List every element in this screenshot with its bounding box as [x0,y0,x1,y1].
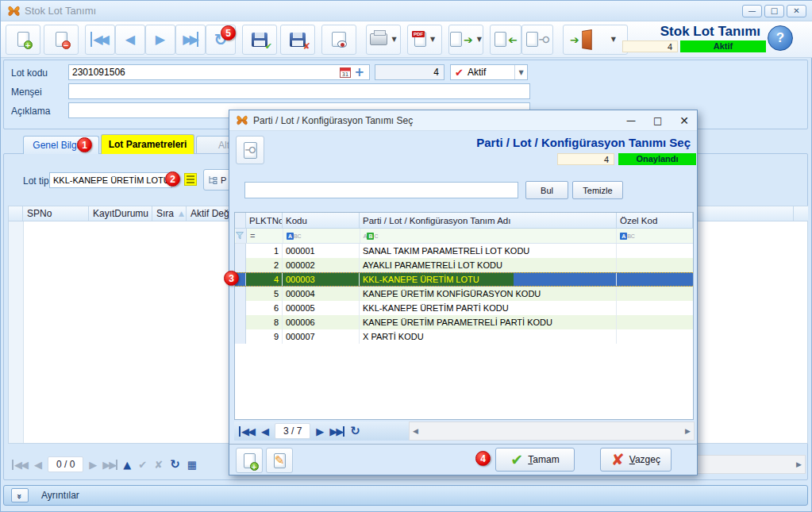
status-dropdown-caret-icon[interactable]: ▼ [514,65,527,79]
modal-scroll-left-icon[interactable]: ◀ [413,427,418,435]
modal-first-icon[interactable]: ◀◀ [239,426,256,437]
cell-ozel [617,315,693,329]
modal-maximize-icon[interactable]: □ [653,115,662,126]
minimize-button[interactable]: — [742,5,762,17]
import-back-button[interactable]: ➔ [490,25,521,55]
calendar-icon[interactable]: 31 [340,67,351,78]
lot-tipi-list-icon[interactable] [184,173,197,186]
main-last-icon[interactable]: ▶▶ [102,460,117,470]
copy-doc-icon [450,32,462,47]
details-bar[interactable]: » Ayrıntılar [3,485,808,506]
main-grid-col-sira[interactable]: Sıra ▲ [152,206,187,221]
main-accept-icon[interactable]: ✔ [138,460,148,470]
modal-refresh-icon[interactable]: ↻ [350,425,362,437]
lot-kodu-input[interactable] [69,67,340,78]
exit-dropdown-caret-icon[interactable]: ▼ [611,36,616,43]
main-grid-view-icon[interactable]: ▦ [187,460,198,470]
lot-tipi-field[interactable] [49,172,172,188]
modal-horizontal-scrollbar[interactable]: ◀ ▶ [409,422,695,441]
modal-col-tanim-adi[interactable]: Parti / Lot / Konfigürasyon Tanım Adı [360,213,617,229]
status-dropdown-value: Aktif [468,67,486,78]
modal-filter-row[interactable]: = ABC ABC ABC [235,229,693,244]
tools-button[interactable]: ⚲ [521,25,553,55]
help-button[interactable]: ? [768,25,793,51]
grid-row-2[interactable]: 2 000002 AYAKLI PARAMETRELİ LOT KODU [235,258,693,272]
wrench-icon: ⚲ [537,35,552,44]
save-cancel-button[interactable]: ✘ [280,25,315,55]
modal-last-icon[interactable]: ▶▶ [329,426,344,437]
preview-button[interactable] [321,25,356,55]
close-button[interactable]: ✕ [787,5,806,17]
main-refresh-icon[interactable]: ↻ [170,459,182,471]
grid-row-5[interactable]: 6 000005 KKL-KANEPE ÜRETİM PARTİ KODU [235,301,693,315]
main-first-icon[interactable]: ◀◀ [12,460,29,470]
window-titlebar: Stok Lot Tanımı — □ ✕ [1,1,812,21]
modal-minimize-icon[interactable]: — [626,115,636,126]
new-record-button[interactable]: + [6,25,40,55]
previous-record-button[interactable]: ◀ [115,25,145,55]
grid-row-6[interactable]: 8 000006 KANEPE ÜRETİM PARAMETRELİ PARTİ… [235,315,693,329]
first-record-button[interactable]: ◀◀ [85,25,115,55]
details-expand-button[interactable]: » [11,488,29,502]
main-record-counter: 0 / 0 [48,456,83,472]
filter-funnel-icon[interactable] [236,229,247,243]
main-cancel-icon[interactable]: ✘ [154,460,164,470]
maximize-button[interactable]: □ [764,5,784,17]
next-record-button[interactable]: ▶ [145,25,175,55]
modal-col-plktno[interactable]: PLKTNo [246,213,283,229]
scroll-right-icon[interactable]: ▶ [796,460,802,468]
find-button[interactable]: Bul [525,181,568,199]
filter-kodu[interactable]: ABC [283,229,360,243]
clear-button[interactable]: Temizle [572,181,623,199]
lot-kodu-field[interactable]: 31 + [68,64,370,80]
modal-search-input[interactable] [245,183,518,198]
mensei-input[interactable] [69,86,529,97]
grid-row-1[interactable]: 1 000001 SANAL TAKIM PARAMETRELİ LOT KOD… [235,244,693,258]
delete-record-button[interactable]: − [44,25,79,55]
cell-kodu: 000004 [283,287,360,301]
main-grid-col-kayitdurumu[interactable]: KayıtDurumu [89,206,152,221]
lot-tipi-input[interactable] [50,175,171,185]
main-prev-icon[interactable]: ◀ [34,460,42,470]
copy-dropdown-caret-icon[interactable]: ▼ [477,36,482,43]
exit-button[interactable]: ➔ ▼ [563,25,628,55]
modal-col-ozel-kod[interactable]: Özel Kod [617,213,693,229]
grid-row-3-selected[interactable]: 4 000003 KKL-KANEPE ÜRETİM LOTU [235,272,693,287]
filter-tanim-adi[interactable]: ABC [360,229,617,243]
modal-prev-icon[interactable]: ◀ [261,426,269,437]
mensei-field[interactable] [68,83,530,99]
main-grid-col-spno[interactable]: SPNo [23,206,89,221]
modal-close-icon[interactable]: ✕ [679,114,689,127]
status-dropdown[interactable]: ✔ Aktif ▼ [450,64,528,80]
modal-titlebar: Parti / Lot / Konfigürasyon Tanımı Seç —… [229,110,697,131]
modal-scroll-right-icon[interactable]: ▶ [685,427,691,435]
pdf-dropdown-caret-icon[interactable]: ▼ [430,36,435,43]
print-dropdown-caret-icon[interactable]: ▼ [391,36,396,43]
main-collapse-icon[interactable]: ▲ [123,460,133,470]
cell-ozel [617,287,693,301]
modal-status-badge: Onaylandı [618,153,696,165]
modal-edit-button[interactable]: ✎ [266,448,293,473]
modal-col-kodu[interactable]: Kodu [283,213,360,229]
modal-next-icon[interactable]: ▶ [316,426,324,437]
cell-plktno: 8 [246,315,283,329]
filter-ozel-kod[interactable]: ABC [617,229,693,243]
copy-transfer-button[interactable]: ➔▼ [448,25,483,55]
tab-lot-parametreleri[interactable]: Lot Parametreleri [101,134,194,154]
add-plus-icon[interactable]: + [354,65,364,79]
cell-plktno: 6 [246,301,283,315]
grid-row-7[interactable]: 9 000007 X PARTİ KODU [235,329,693,344]
last-record-button[interactable]: ▶▶ [175,25,206,55]
cell-adi: KANEPE ÜRETİM KONFİGÜRASYON KODU [360,287,617,301]
export-pdf-button[interactable]: PDF▼ [407,25,442,55]
modal-tools-button[interactable]: ⚲ [236,136,264,164]
modal-search-field[interactable] [244,182,518,198]
filter-plktno-equals[interactable]: = [247,229,283,243]
print-button[interactable]: ▼ [366,25,401,55]
grid-row-4[interactable]: 5 000004 KANEPE ÜRETİM KONFİGÜRASYON KOD… [235,287,693,301]
cancel-button[interactable]: ✘ Vazgeç [600,448,672,472]
main-next-icon[interactable]: ▶ [89,460,97,470]
ok-button[interactable]: ✔ Tamam [495,448,575,472]
modal-add-button[interactable]: + [236,448,263,473]
save-button[interactable]: ✔ [242,25,277,55]
